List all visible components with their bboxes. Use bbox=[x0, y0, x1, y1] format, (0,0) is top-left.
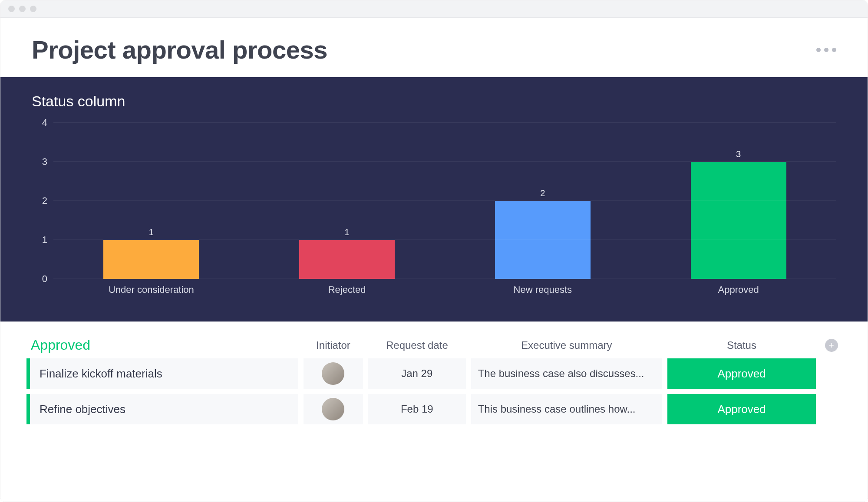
chart-plot: 1123 bbox=[53, 123, 836, 279]
more-menu-button[interactable] bbox=[816, 48, 836, 52]
group-label[interactable]: Approved bbox=[26, 337, 298, 353]
chart-y-tick: 0 bbox=[42, 273, 47, 285]
chart-gridline bbox=[53, 161, 836, 162]
chart-bar-value-label: 1 bbox=[345, 227, 350, 237]
chart-panel: Status column 01234 1123 Under considera… bbox=[0, 77, 868, 322]
chart-y-axis: 01234 bbox=[32, 123, 53, 279]
chart-x-label: Under consideration bbox=[53, 279, 249, 295]
cell-request-date[interactable]: Feb 19 bbox=[368, 394, 466, 424]
window-control-close[interactable] bbox=[8, 6, 15, 12]
cell-status[interactable]: Approved bbox=[667, 394, 816, 424]
bottom-fade bbox=[0, 476, 868, 502]
chart-bar-slot: 1 bbox=[53, 123, 249, 279]
column-header-executive-summary[interactable]: Executive summary bbox=[471, 339, 662, 351]
chart-x-labels: Under considerationRejectedNew requestsA… bbox=[53, 279, 836, 295]
chart-y-tick: 3 bbox=[42, 156, 47, 167]
chart-y-tick: 2 bbox=[42, 195, 47, 207]
chart-bar[interactable] bbox=[299, 240, 395, 279]
chart-bars: 1123 bbox=[53, 123, 836, 279]
avatar bbox=[322, 398, 344, 420]
chart-bar[interactable] bbox=[495, 201, 591, 279]
ellipsis-icon bbox=[824, 48, 828, 52]
column-header-status[interactable]: Status bbox=[667, 339, 816, 351]
row-title[interactable]: Refine objectives bbox=[26, 394, 298, 424]
chart-bar-slot: 3 bbox=[640, 123, 836, 279]
column-header-initiator[interactable]: Initiator bbox=[304, 339, 363, 351]
page-title: Project approval process bbox=[32, 35, 327, 64]
chart-bar-slot: 2 bbox=[445, 123, 641, 279]
chart-gridline bbox=[53, 240, 836, 240]
chart-x-label: New requests bbox=[445, 279, 641, 295]
cell-initiator[interactable] bbox=[304, 358, 363, 389]
chart-y-tick: 1 bbox=[42, 234, 47, 246]
chart-title: Status column bbox=[32, 93, 836, 110]
status-badge: Approved bbox=[667, 358, 816, 389]
cell-initiator[interactable] bbox=[304, 394, 363, 424]
avatar bbox=[322, 362, 344, 385]
chart-bar-slot: 1 bbox=[249, 123, 445, 279]
cell-executive-summary[interactable]: The business case also discusses... bbox=[471, 358, 662, 389]
window-titlebar bbox=[0, 0, 868, 18]
table-row[interactable]: Refine objectivesFeb 19This business cas… bbox=[26, 394, 842, 424]
chart-x-label: Approved bbox=[640, 279, 836, 295]
ellipsis-icon bbox=[832, 48, 836, 52]
chart-bar[interactable] bbox=[691, 162, 786, 279]
app-window: Project approval process Status column 0… bbox=[0, 0, 868, 502]
page-header: Project approval process bbox=[0, 18, 868, 77]
chart-y-tick: 4 bbox=[42, 117, 47, 128]
window-control-zoom[interactable] bbox=[30, 6, 36, 12]
plus-icon: + bbox=[828, 341, 834, 350]
chart-area: 01234 1123 bbox=[32, 123, 836, 279]
add-column-cell: + bbox=[821, 339, 842, 352]
chart-bar-value-label: 1 bbox=[149, 227, 154, 237]
row-title[interactable]: Finalize kickoff materials bbox=[26, 358, 298, 389]
cell-executive-summary[interactable]: This business case outlines how... bbox=[471, 394, 662, 424]
table-section: Approved Initiator Request date Executiv… bbox=[0, 322, 868, 424]
cell-status[interactable]: Approved bbox=[667, 358, 816, 389]
table-row[interactable]: Finalize kickoff materialsJan 29The busi… bbox=[26, 358, 842, 389]
chart-gridline bbox=[53, 122, 836, 123]
window-control-minimize[interactable] bbox=[19, 6, 26, 12]
chart-bar-value-label: 2 bbox=[540, 188, 545, 198]
chart-gridline bbox=[53, 200, 836, 201]
status-badge: Approved bbox=[667, 394, 816, 424]
chart-x-label: Rejected bbox=[249, 279, 445, 295]
ellipsis-icon bbox=[816, 48, 821, 52]
add-column-button[interactable]: + bbox=[825, 339, 838, 352]
table-header-row: Approved Initiator Request date Executiv… bbox=[26, 337, 842, 353]
column-header-request-date[interactable]: Request date bbox=[368, 339, 466, 351]
chart-gridline bbox=[53, 279, 836, 279]
cell-add-placeholder bbox=[821, 394, 842, 424]
cell-request-date[interactable]: Jan 29 bbox=[368, 358, 466, 389]
chart-bar[interactable] bbox=[103, 240, 199, 279]
chart-bar-value-label: 3 bbox=[736, 149, 741, 159]
cell-add-placeholder bbox=[821, 358, 842, 389]
table-rows: Finalize kickoff materialsJan 29The busi… bbox=[26, 358, 842, 424]
